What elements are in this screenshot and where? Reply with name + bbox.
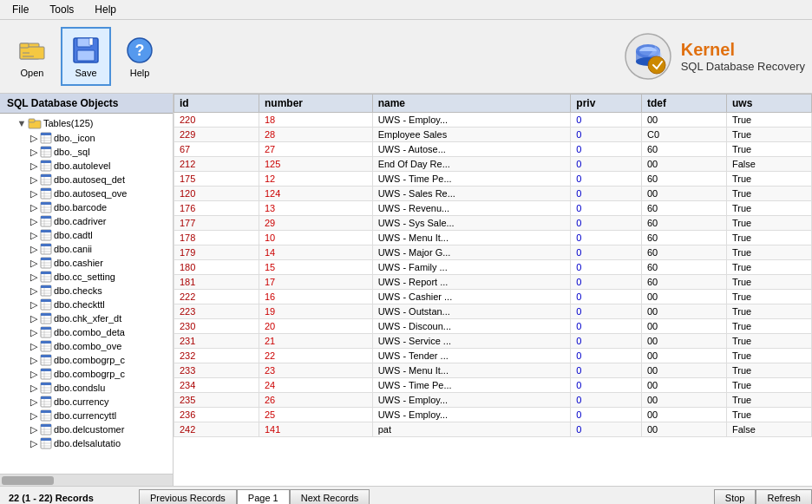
table-row[interactable]: 17914UWS - Major G...060True: [174, 245, 812, 260]
id-link-10[interactable]: 180: [180, 262, 195, 272]
table-row[interactable]: 17810UWS - Menu It...060True: [174, 231, 812, 245]
tree-item-7[interactable]: ▷ dbo.cadtl: [2, 228, 171, 242]
id-link-9[interactable]: 179: [180, 247, 195, 258]
tree-item-0[interactable]: ▷ dbo._icon: [2, 131, 171, 145]
tree-item-16[interactable]: ▷ dbo.combogrp_c: [2, 353, 171, 367]
id-link-19[interactable]: 235: [180, 395, 195, 405]
tree-item-12[interactable]: ▷ dbo.checkttl: [2, 298, 171, 311]
cell-id-9[interactable]: 179: [174, 245, 259, 260]
id-link-1[interactable]: 229: [180, 129, 195, 140]
table-row[interactable]: 23020UWS - Discoun...000True: [174, 319, 812, 334]
cell-id-13[interactable]: 223: [174, 304, 259, 319]
id-link-11[interactable]: 181: [180, 277, 195, 287]
sidebar-tree[interactable]: ▼ Tables(125) ▷ dbo._icon ▷: [0, 114, 173, 474]
sidebar-hscroll[interactable]: [0, 474, 173, 486]
cell-id-4[interactable]: 175: [174, 172, 259, 187]
table-row[interactable]: 23323UWS - Menu It...000True: [174, 363, 812, 378]
tree-expander-0[interactable]: ▷: [28, 133, 40, 144]
tree-item-14[interactable]: ▷ dbo.combo_deta: [2, 325, 171, 339]
tree-expander-11[interactable]: ▷: [28, 285, 40, 297]
cell-id-1[interactable]: 229: [174, 128, 259, 142]
id-link-20[interactable]: 236: [180, 409, 195, 420]
id-link-5[interactable]: 120: [180, 188, 195, 199]
table-row[interactable]: 22216UWS - Cashier ...000True: [174, 290, 812, 304]
save-button[interactable]: Save: [61, 27, 111, 86]
id-link-6[interactable]: 176: [180, 203, 195, 213]
tree-expander-18[interactable]: ▷: [28, 383, 40, 394]
tree-item-5[interactable]: ▷ dbo.barcode: [2, 200, 171, 214]
tree-root[interactable]: ▼ Tables(125): [2, 115, 171, 131]
id-link-17[interactable]: 233: [180, 365, 195, 376]
cell-id-7[interactable]: 177: [174, 216, 259, 231]
cell-id-14[interactable]: 230: [174, 319, 259, 334]
menu-file[interactable]: File: [7, 2, 34, 17]
tree-item-20[interactable]: ▷ dbo.currencyttl: [2, 409, 171, 422]
tree-expander-7[interactable]: ▷: [28, 230, 40, 241]
tree-item-17[interactable]: ▷ dbo.combogrp_c: [2, 367, 171, 381]
tree-expander-12[interactable]: ▷: [28, 299, 40, 311]
id-link-14[interactable]: 230: [180, 321, 195, 331]
id-link-15[interactable]: 231: [180, 336, 195, 346]
table-row[interactable]: 242141pat000False: [174, 422, 812, 437]
id-link-0[interactable]: 220: [180, 115, 195, 125]
tree-expander-13[interactable]: ▷: [28, 313, 40, 324]
cell-id-3[interactable]: 212: [174, 157, 259, 172]
tree-expander-1[interactable]: ▷: [28, 147, 40, 158]
cell-id-16[interactable]: 232: [174, 349, 259, 363]
tree-expander-4[interactable]: ▷: [28, 188, 40, 200]
tree-item-2[interactable]: ▷ dbo.autolevel: [2, 159, 171, 173]
tree-expander-9[interactable]: ▷: [28, 258, 40, 269]
id-link-4[interactable]: 175: [180, 173, 195, 184]
tree-expander-5[interactable]: ▷: [28, 202, 40, 213]
cell-id-10[interactable]: 180: [174, 260, 259, 275]
tree-item-9[interactable]: ▷ dbo.cashier: [2, 256, 171, 270]
table-row[interactable]: 120124UWS - Sales Re...000True: [174, 187, 812, 201]
tree-item-6[interactable]: ▷ dbo.cadriver: [2, 214, 171, 228]
tree-expander-14[interactable]: ▷: [28, 327, 40, 338]
cell-id-18[interactable]: 234: [174, 378, 259, 393]
tree-item-18[interactable]: ▷ dbo.condslu: [2, 381, 171, 395]
tree-expander-20[interactable]: ▷: [28, 410, 40, 422]
table-row[interactable]: 23625UWS - Employ...000True: [174, 408, 812, 422]
table-row[interactable]: 18015UWS - Family ...060True: [174, 260, 812, 275]
id-link-13[interactable]: 223: [180, 306, 195, 317]
tree-expander-root[interactable]: ▼: [16, 118, 28, 128]
tree-expander-3[interactable]: ▷: [28, 174, 40, 186]
tree-item-10[interactable]: ▷ dbo.cc_setting: [2, 270, 171, 284]
tree-item-13[interactable]: ▷ dbo.chk_xfer_dt: [2, 311, 171, 325]
help-button[interactable]: ? Help: [115, 27, 165, 86]
table-row[interactable]: 6727UWS - Autose...060True: [174, 142, 812, 157]
table-row[interactable]: 23222UWS - Tender ...000True: [174, 349, 812, 363]
table-row[interactable]: 17512UWS - Time Pe...060True: [174, 172, 812, 187]
cell-id-6[interactable]: 176: [174, 201, 259, 216]
id-link-8[interactable]: 178: [180, 232, 195, 243]
menu-tools[interactable]: Tools: [44, 2, 79, 17]
cell-id-11[interactable]: 181: [174, 275, 259, 290]
table-row[interactable]: 23121UWS - Service ...000True: [174, 334, 812, 349]
tree-expander-22[interactable]: ▷: [28, 438, 40, 449]
tree-expander-17[interactable]: ▷: [28, 369, 40, 380]
tree-item-3[interactable]: ▷ dbo.autoseq_det: [2, 173, 171, 187]
cell-id-5[interactable]: 120: [174, 187, 259, 201]
table-row[interactable]: 17613UWS - Revenu...060True: [174, 201, 812, 216]
tree-item-1[interactable]: ▷ dbo._sql: [2, 145, 171, 159]
cell-id-2[interactable]: 67: [174, 142, 259, 157]
cell-id-17[interactable]: 233: [174, 363, 259, 378]
tree-expander-6[interactable]: ▷: [28, 216, 40, 227]
hscroll-thumb[interactable]: [2, 476, 54, 485]
tree-expander-19[interactable]: ▷: [28, 396, 40, 408]
tree-item-4[interactable]: ▷ dbo.autoseq_ove: [2, 187, 171, 200]
open-button[interactable]: Open: [7, 27, 57, 86]
id-link-16[interactable]: 232: [180, 350, 195, 361]
refresh-button[interactable]: Refresh: [756, 489, 812, 505]
table-row[interactable]: 23424UWS - Time Pe...000True: [174, 378, 812, 393]
tree-item-19[interactable]: ▷ dbo.currency: [2, 395, 171, 409]
id-link-18[interactable]: 234: [180, 380, 195, 390]
id-link-12[interactable]: 222: [180, 291, 195, 302]
cell-id-15[interactable]: 231: [174, 334, 259, 349]
table-row[interactable]: 23526UWS - Employ...000True: [174, 393, 812, 408]
tree-item-11[interactable]: ▷ dbo.checks: [2, 284, 171, 298]
cell-id-21[interactable]: 242: [174, 422, 259, 437]
stop-button[interactable]: Stop: [714, 489, 756, 505]
table-row[interactable]: 18117UWS - Report ...060True: [174, 275, 812, 290]
